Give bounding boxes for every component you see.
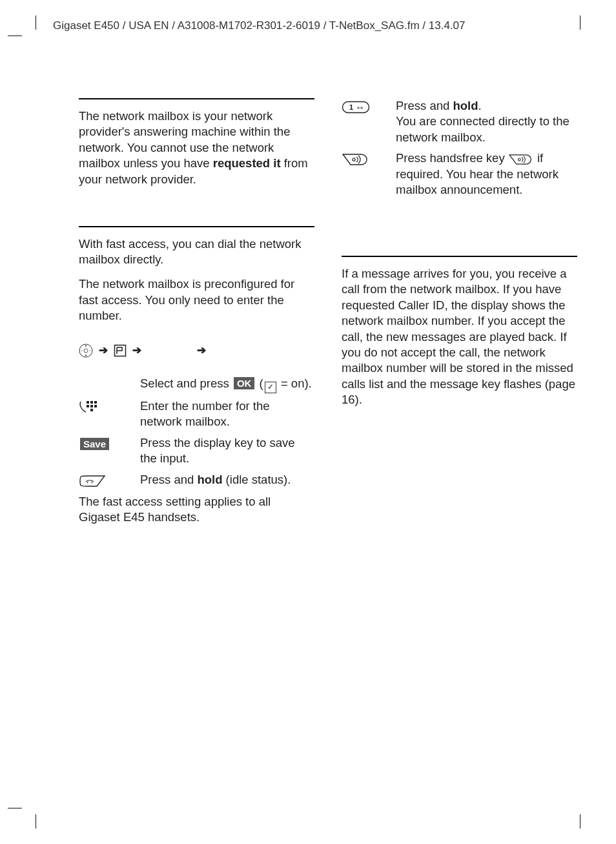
right-column: 1 Press and hold. You are connected dire… xyxy=(342,98,577,539)
keypad-icon xyxy=(79,400,97,415)
svg-rect-6 xyxy=(87,405,89,407)
key-1-icon: 1 xyxy=(342,101,370,114)
svg-point-1 xyxy=(84,349,88,353)
handsfree-key-icon xyxy=(342,153,370,166)
end-call-key-icon xyxy=(79,475,106,488)
page-header: Gigaset E450 / USA EN / A31008-M1702-R30… xyxy=(53,19,466,33)
message-arrival-paragraph: If a message arrives for you, you receiv… xyxy=(342,266,577,408)
menu-path: ➔ ➔ ➔ xyxy=(79,344,314,358)
svg-rect-7 xyxy=(90,405,93,407)
instruction-row: Enter the number for the network mailbox… xyxy=(79,398,314,430)
instruction-row: 1 Press and hold. You are connected dire… xyxy=(342,98,577,145)
svg-rect-8 xyxy=(94,405,97,407)
checkmark-icon: ✓ xyxy=(265,382,276,393)
section-divider xyxy=(79,226,314,227)
svg-rect-9 xyxy=(90,409,93,411)
control-key-icon xyxy=(79,344,93,358)
instruction-row: Press handsfree key if required. You hea… xyxy=(342,150,577,198)
ok-key-label: OK xyxy=(234,377,255,389)
instruction-row: Select and press OK (✓ = on). xyxy=(79,376,314,393)
arrow-right-icon: ➔ xyxy=(99,344,108,358)
arrow-right-icon: ➔ xyxy=(197,344,206,358)
instruction-row: Save Press the display key to save the i… xyxy=(79,435,314,467)
instruction-row: Press and hold (idle status). xyxy=(79,472,314,489)
svg-rect-3 xyxy=(87,401,89,404)
mailbox-menu-icon xyxy=(114,344,127,357)
left-column: The network mailbox is your network prov… xyxy=(79,98,314,539)
section-divider xyxy=(79,98,314,99)
svg-text:1: 1 xyxy=(349,103,353,111)
save-key-label: Save xyxy=(80,438,109,450)
fast-access-paragraph-1: With fast access, you can dial the netwo… xyxy=(79,236,314,268)
svg-rect-5 xyxy=(94,401,97,404)
fast-access-paragraph-2: The network mailbox is preconfigured for… xyxy=(79,276,314,324)
svg-rect-10 xyxy=(343,102,369,113)
fast-access-footer: The fast access setting applies to all G… xyxy=(79,494,314,526)
arrow-right-icon: ➔ xyxy=(132,344,141,358)
intro-paragraph: The network mailbox is your network prov… xyxy=(79,108,314,187)
svg-point-12 xyxy=(358,107,360,109)
handsfree-key-inline-icon xyxy=(508,154,534,165)
svg-rect-4 xyxy=(90,401,93,404)
section-divider xyxy=(342,256,577,257)
svg-point-13 xyxy=(361,107,363,109)
